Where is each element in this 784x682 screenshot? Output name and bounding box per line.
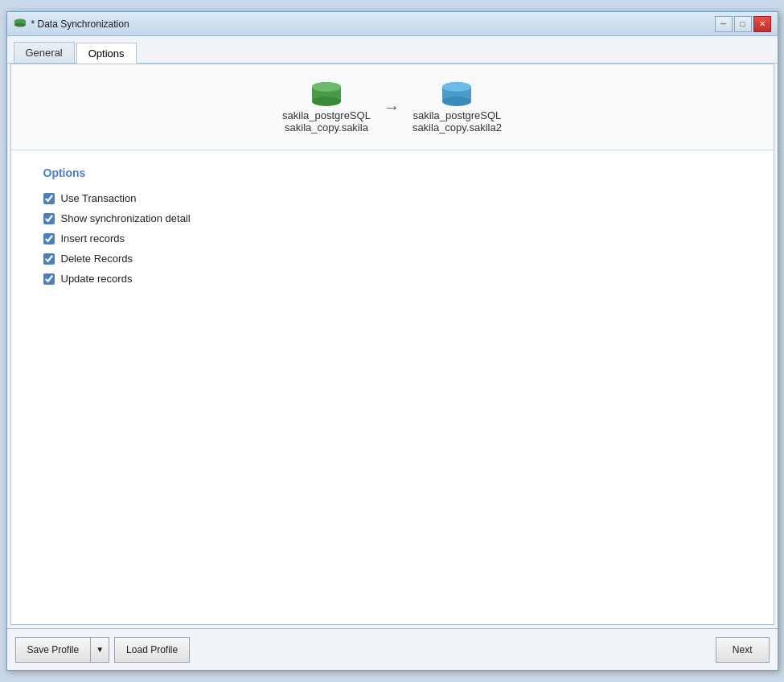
- checkbox-show-sync-detail: Show synchronization detail: [43, 212, 741, 224]
- svg-point-9: [442, 97, 471, 106]
- close-button[interactable]: ✕: [753, 16, 771, 32]
- save-profile-dropdown-button[interactable]: ▼: [90, 637, 109, 663]
- save-profile-button[interactable]: Save Profile: [15, 637, 91, 663]
- title-bar-left: * Data Synchronization: [14, 18, 129, 31]
- load-profile-button[interactable]: Load Profile: [114, 637, 190, 663]
- title-bar-controls: ─ □ ✕: [715, 16, 771, 32]
- sync-arrow: →: [384, 98, 400, 117]
- insert-records-checkbox[interactable]: [43, 233, 55, 244]
- minimize-button[interactable]: ─: [715, 16, 733, 32]
- source-db-label: sakila_postgreSQL sakila_copy.sakila: [282, 109, 371, 134]
- maximize-button[interactable]: □: [734, 16, 752, 32]
- use-transaction-label: Use Transaction: [61, 192, 137, 204]
- show-sync-detail-label: Show synchronization detail: [61, 212, 191, 224]
- svg-point-10: [442, 82, 471, 92]
- options-title: Options: [43, 166, 741, 179]
- source-db-icon: [309, 80, 344, 109]
- use-transaction-checkbox[interactable]: [43, 193, 55, 204]
- window-icon: [14, 18, 27, 31]
- tab-options[interactable]: Options: [76, 43, 137, 64]
- checkbox-delete-records: Delete Records: [43, 253, 741, 265]
- checkbox-update-records: Update records: [43, 273, 741, 285]
- update-records-label: Update records: [61, 273, 133, 285]
- footer: Save Profile ▼ Load Profile Next: [7, 628, 778, 670]
- footer-left-buttons: Save Profile ▼ Load Profile: [15, 637, 191, 663]
- target-db: sakila_postgreSQL sakila_copy.sakila2: [413, 80, 502, 134]
- window-title: * Data Synchronization: [31, 18, 129, 30]
- insert-records-label: Insert records: [61, 232, 125, 244]
- target-db-icon: [439, 80, 474, 109]
- tab-general[interactable]: General: [14, 42, 75, 63]
- main-window: * Data Synchronization ─ □ ✕ General Opt…: [6, 11, 778, 671]
- svg-point-2: [14, 23, 26, 27]
- source-db: sakila_postgreSQL sakila_copy.sakila: [282, 80, 371, 134]
- update-records-checkbox[interactable]: [43, 273, 55, 285]
- options-section: Options Use Transaction Show synchroniza…: [11, 150, 774, 624]
- svg-point-6: [312, 82, 341, 92]
- tab-bar: General Options: [7, 36, 778, 64]
- title-bar: * Data Synchronization ─ □ ✕: [7, 12, 778, 36]
- show-sync-detail-checkbox[interactable]: [43, 213, 55, 224]
- next-button[interactable]: Next: [716, 637, 770, 663]
- checkbox-insert-records: Insert records: [43, 232, 741, 244]
- checkbox-use-transaction: Use Transaction: [43, 192, 741, 204]
- svg-point-5: [312, 97, 341, 106]
- delete-records-checkbox[interactable]: [43, 253, 55, 265]
- target-db-label: sakila_postgreSQL sakila_copy.sakila2: [413, 109, 502, 134]
- delete-records-label: Delete Records: [61, 253, 133, 265]
- sync-header: sakila_postgreSQL sakila_copy.sakila → s…: [11, 64, 774, 150]
- content-area: sakila_postgreSQL sakila_copy.sakila → s…: [10, 64, 774, 625]
